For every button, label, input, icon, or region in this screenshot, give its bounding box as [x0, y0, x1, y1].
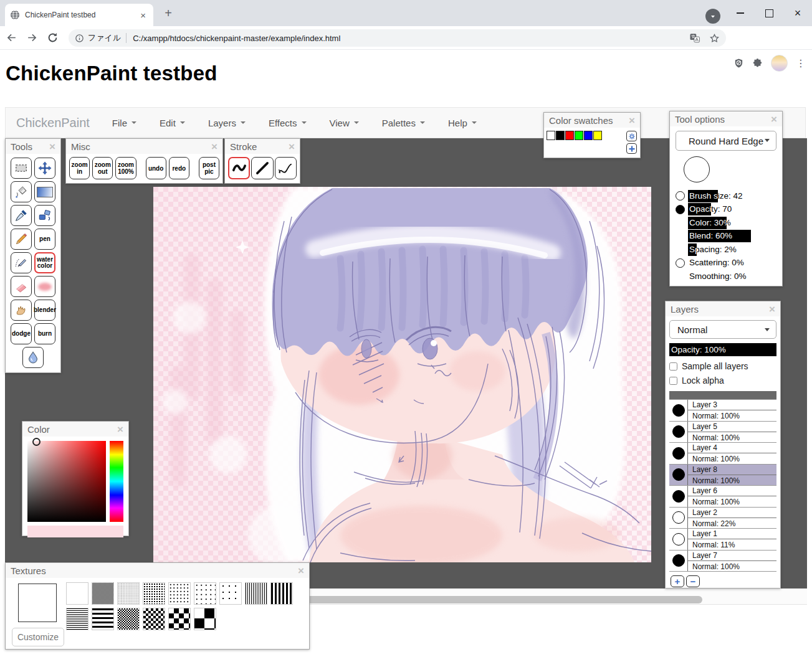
- layer-visibility-toggle[interactable]: [669, 486, 688, 507]
- layer-row[interactable]: Layer 6Normal: 100%: [669, 486, 776, 508]
- texture-swatch-dots-medium[interactable]: [143, 582, 165, 605]
- straight-line-stroke-button[interactable]: [251, 157, 273, 179]
- back-arrow-icon[interactable]: [2, 29, 21, 47]
- dodge-tool-button[interactable]: dodge: [11, 323, 32, 344]
- tools-palette-titlebar[interactable]: Tools ×: [6, 139, 60, 154]
- texture-swatch-stripes-vertical-thick[interactable]: [270, 582, 293, 605]
- saturation-value-picker[interactable]: [27, 441, 106, 522]
- update-download-icon[interactable]: [705, 9, 720, 24]
- redo-button[interactable]: redo: [169, 157, 189, 179]
- color-palette-titlebar[interactable]: Color ×: [22, 422, 128, 437]
- blur-tool-button[interactable]: [22, 347, 44, 368]
- layer-visibility-toggle[interactable]: [669, 508, 688, 529]
- zoom-in-button[interactable]: zoom in: [69, 157, 90, 179]
- menu-edit[interactable]: Edit: [160, 118, 185, 128]
- layer-row[interactable]: Layer 8Normal: 100%: [669, 465, 776, 486]
- texture-swatch-stripes-horizontal-thick[interactable]: [92, 608, 114, 630]
- option-slider[interactable]: Smoothing: 0%Smoothing: 0%: [688, 270, 776, 283]
- puzzle-extension-icon[interactable]: [752, 58, 763, 69]
- option-radio[interactable]: [676, 191, 685, 201]
- sv-picker-cursor[interactable]: [32, 438, 41, 446]
- close-icon[interactable]: ×: [211, 141, 217, 152]
- tool-options-titlebar[interactable]: Tool options ×: [670, 111, 782, 126]
- hue-slider[interactable]: [110, 441, 123, 522]
- color-swatch[interactable]: [593, 131, 602, 140]
- zoom-out-button[interactable]: zoom out: [92, 157, 113, 179]
- reload-icon[interactable]: [43, 29, 62, 47]
- gradient-tool-button[interactable]: [34, 181, 55, 202]
- menu-effects[interactable]: Effects: [269, 118, 307, 128]
- texture-swatch-checker-fine[interactable]: [92, 582, 114, 605]
- layer-visibility-toggle[interactable]: [669, 529, 688, 550]
- texture-swatch-dots-small[interactable]: [168, 582, 191, 605]
- blend-mode-dropdown[interactable]: Normal: [669, 320, 776, 339]
- post-pic-button[interactable]: post pic: [199, 157, 219, 179]
- layer-row[interactable]: Layer 2Normal: 22%: [669, 508, 776, 529]
- color-swatch[interactable]: [547, 131, 555, 140]
- layer-opacity-slider[interactable]: Opacity: 100%: [669, 343, 776, 356]
- menu-dots-icon[interactable]: ⋮: [796, 60, 806, 67]
- bezier-stroke-button[interactable]: [275, 157, 297, 179]
- menu-view[interactable]: View: [330, 118, 359, 128]
- option-slider[interactable]: Scattering: 0%Scattering: 0%: [688, 257, 776, 269]
- option-radio[interactable]: [676, 205, 685, 214]
- texture-swatch-stripes-horizontal-thin[interactable]: [66, 608, 88, 630]
- maximize-button[interactable]: [755, 4, 783, 22]
- layer-visibility-toggle[interactable]: [669, 465, 688, 486]
- close-icon[interactable]: ×: [298, 565, 304, 576]
- smudge-tool-button[interactable]: [11, 300, 32, 321]
- option-slider[interactable]: Blend: 60%Blend: 60%: [688, 230, 776, 242]
- pen-tool-button[interactable]: pen: [34, 229, 55, 250]
- airbrush-tool-button[interactable]: [11, 252, 32, 273]
- option-slider[interactable]: Opacity: 70Opacity: 70: [688, 203, 776, 215]
- add-layer-button[interactable]: +: [671, 575, 684, 587]
- close-icon[interactable]: ×: [629, 115, 635, 126]
- brush-preset-dropdown[interactable]: Round Hard Edge: [676, 131, 776, 151]
- blender-tool-button[interactable]: blender: [34, 300, 55, 321]
- option-slider[interactable]: Brush size: 42Brush size: 42: [688, 190, 776, 202]
- eraser-tool-button[interactable]: [11, 276, 32, 297]
- texture-swatch-checker-xl[interactable]: [194, 608, 216, 630]
- freehand-stroke-button[interactable]: [228, 157, 250, 179]
- close-icon[interactable]: ×: [771, 114, 777, 125]
- browser-tab[interactable]: ChickenPaint testbed ×: [5, 4, 153, 26]
- texture-swatch-checker-medium[interactable]: [143, 608, 165, 630]
- color-swatch[interactable]: [556, 131, 565, 140]
- close-icon[interactable]: ×: [769, 304, 775, 314]
- zoom-100--button[interactable]: zoom 100%: [115, 157, 136, 179]
- stroke-palette-titlebar[interactable]: Stroke ×: [225, 139, 300, 154]
- minimize-button[interactable]: [726, 4, 755, 22]
- flood-fill-tool-button[interactable]: [11, 181, 32, 202]
- forward-arrow-icon[interactable]: [22, 29, 41, 47]
- misc-palette-titlebar[interactable]: Misc ×: [66, 139, 222, 154]
- texture-swatch-dots-sparse[interactable]: [194, 582, 216, 605]
- transform-tool-button[interactable]: [34, 205, 55, 226]
- texture-swatch-stripes-vertical-thin[interactable]: [245, 582, 267, 605]
- rect-select-tool-button[interactable]: [11, 158, 32, 179]
- swatch-settings-button[interactable]: [626, 131, 637, 141]
- bookmark-star-icon[interactable]: [709, 33, 720, 44]
- close-button[interactable]: ×: [783, 4, 812, 22]
- option-radio[interactable]: [676, 258, 685, 268]
- layer-visibility-toggle[interactable]: [669, 551, 688, 572]
- layers-palette-titlebar[interactable]: Layers ×: [666, 301, 780, 316]
- sample-all-layers-checkbox[interactable]: [669, 362, 677, 371]
- menu-help[interactable]: Help: [448, 118, 477, 128]
- color-swatch[interactable]: [584, 131, 593, 140]
- drawing-canvas[interactable]: [153, 187, 651, 562]
- horizontal-scrollbar-thumb[interactable]: [307, 596, 702, 603]
- profile-avatar[interactable]: [771, 55, 788, 72]
- option-slider[interactable]: Spacing: 2%Spacing: 2%: [688, 243, 776, 256]
- texture-swatch-plain[interactable]: [66, 582, 88, 605]
- shield-extension-icon[interactable]: [733, 58, 744, 69]
- color-swatch[interactable]: [575, 131, 583, 140]
- pencil-tool-button[interactable]: [11, 229, 32, 250]
- layer-visibility-toggle[interactable]: [669, 443, 688, 464]
- lock-alpha-checkbox[interactable]: [669, 377, 677, 385]
- color-swatch[interactable]: [565, 131, 574, 140]
- remove-layer-button[interactable]: −: [686, 575, 700, 587]
- move-tool-button[interactable]: [34, 158, 55, 179]
- layer-row[interactable]: Layer 7Normal: 100%: [669, 551, 776, 572]
- close-icon[interactable]: ×: [117, 424, 123, 435]
- customize-texture-button[interactable]: Customize: [12, 628, 64, 646]
